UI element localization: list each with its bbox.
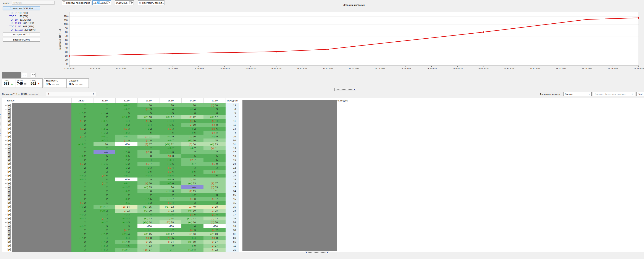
position-value: 2 [84,139,86,142]
filter-field-dropdown[interactable]: Запрос ⌄ [564,92,592,96]
position-cell: 2 [72,170,94,174]
clear-icon[interactable]: ✕ [632,93,634,96]
date-column-header[interactable]: 17.10 [138,98,160,103]
position-cell: 7 [204,150,226,154]
position-value: 7 [172,139,174,142]
position-change: (+3) [166,233,170,235]
position-value: 38 [215,205,218,208]
position-value: 1 [128,174,130,177]
position-value: 2 [84,147,86,150]
position-change: (+2) [124,159,128,161]
left-edge-slider[interactable]: ▲ ▼ [0,113,1,135]
text-button[interactable]: Text [636,92,644,96]
position-value: 4 [128,237,130,239]
all-queries-dropdown[interactable]: [ Все запросы ] ⌄ [21,92,45,96]
position-change: (+4) [188,182,192,185]
position-cell: (+1)4 [94,111,116,115]
position-value: 10 [149,182,152,185]
scroll-left-icon[interactable]: ◄ [47,93,49,95]
position-value: >100 [168,225,174,227]
position-cell: 8 [138,189,160,193]
position-change: (-1) [124,229,128,231]
queries-scrollbar[interactable]: ◄ ► [46,92,96,96]
position-change: (+3) [168,139,172,142]
position-cell: >100 [116,142,138,146]
query-column-header[interactable]: Запрос [6,99,14,102]
position-change: (-1) [146,108,150,111]
eye-icon [32,74,35,76]
position-value: 17 [215,244,218,247]
position-value: 3 [106,248,108,251]
svg-text:100: 100 [64,23,68,25]
position-value: 8 [194,198,196,200]
position-change: (-1) [168,237,172,239]
position-cell: (-11)49 [182,205,204,209]
position-value: 17 [215,182,218,185]
position-cell: 11 [204,177,226,181]
date-column-header[interactable]: 12.10 [204,98,226,103]
date-column-header[interactable]: 22.10 [94,98,116,103]
date-column-header[interactable]: 14.10 [182,98,204,103]
position-value: 54 [127,205,130,208]
position-change: (+4) [190,237,194,239]
position-value: 4 [150,213,152,216]
query-type-icon: A [8,244,10,247]
position-value: 8 [216,131,218,134]
tree-connector [5,160,7,160]
position-cell: (+5)2 [72,205,94,209]
position-change: (+8) [190,245,194,247]
date-column-header[interactable]: 20.10 [116,98,138,103]
filter-search-box[interactable]: ✕ [593,92,635,96]
position-value: 2 [84,170,86,173]
position-cell: (+2)2 [116,123,138,127]
position-value: 2 [84,178,86,181]
position-change: (-2) [189,124,192,126]
position-value: 7 [194,151,196,153]
query-type-icon: A [8,119,10,122]
scroll-right-icon[interactable]: ► [93,93,95,95]
position-cell: 2 [72,131,94,135]
position-value: 3 [194,166,196,169]
position-change: (-1) [168,128,172,130]
position-cell: (-3)8 [204,131,226,135]
initial-position-cell: 17 [226,150,239,154]
chart-width-slider[interactable]: ▲▲ [334,88,356,91]
initial-column-header[interactable]: Исходная [226,98,239,103]
position-value: 15 [215,139,218,142]
query-type-icon: A [8,158,10,161]
svg-text:23.10.2025: 23.10.2025 [634,67,644,70]
date-column-header[interactable]: 16.10 [160,98,182,103]
query-type-icon: A [8,240,10,243]
position-change: (+2) [124,174,128,177]
more-button[interactable]: ·.· [22,73,27,77]
tree-connector [5,226,7,226]
position-cell: (+1)5 [160,111,182,115]
initial-position-cell: 10 [226,135,239,138]
grip-left-icon: ▼ [306,252,307,253]
position-change: (+4) [124,135,128,138]
svg-text:20: 20 [65,55,68,57]
position-value: 2 [84,120,86,122]
position-value: 2 [84,205,86,208]
filter-field-value: Запрос [565,93,573,95]
date-column-header[interactable]: 23.10▲ [72,98,94,103]
position-change: (+1) [102,221,106,224]
sort-asc-icon: ▲ [86,100,87,101]
position-value: 20 [149,209,152,212]
position-value: 5 [216,159,218,161]
position-value: 2 [106,209,108,212]
position-change: (-1) [102,217,106,220]
tree-connector [5,133,7,133]
position-cell: 2 [94,107,116,111]
initial-position-cell: 38 [226,228,239,232]
filter-search-input[interactable] [594,93,631,96]
position-cell: (+2)2 [116,158,138,162]
position-cell: 3 [116,224,138,228]
position-cell: (+4)4 [116,236,138,240]
position-value: 2 [194,127,196,130]
eye-button[interactable] [31,73,36,77]
initial-position-cell: 16 [226,158,239,162]
table-width-slider[interactable]: ▼▼ [305,251,329,254]
position-cell: (+3)5 [182,131,204,135]
position-value: 4 [194,237,196,239]
